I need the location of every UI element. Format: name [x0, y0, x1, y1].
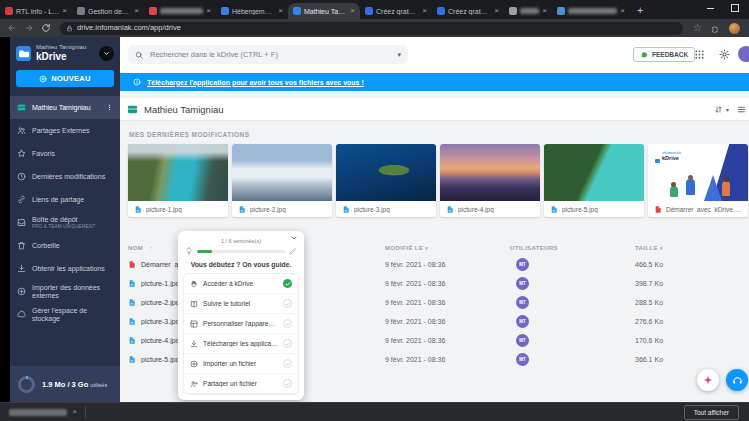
tab-close-icon[interactable]: ×	[422, 7, 427, 15]
onboarding-step[interactable]: Importer un fichier	[184, 354, 298, 374]
extensions-icon[interactable]	[711, 24, 720, 33]
tab-close-icon[interactable]: ×	[62, 7, 67, 15]
drive-product-name: kDrive	[36, 51, 94, 62]
tab-close-icon[interactable]: ×	[278, 7, 283, 15]
new-button[interactable]: NOUVEAU	[16, 70, 114, 87]
tab-close-icon[interactable]: ×	[206, 7, 211, 15]
import-icon	[17, 287, 26, 296]
onboarding-step[interactable]: Accéder à kDrive	[184, 274, 298, 294]
sidebar-item[interactable]: Mathieu Tamigniau	[10, 96, 120, 119]
sidebar-item[interactable]: Boîte de dépôtPRO & TEAM UNIQUEMENT	[10, 211, 120, 234]
bookmark-star-icon[interactable]: ☆	[693, 23, 702, 33]
sidebar-item[interactable]: Partages Externes	[10, 119, 120, 142]
tab-close-icon[interactable]: ×	[542, 7, 547, 15]
file-card-name: picture-1.jpg	[128, 201, 228, 217]
browser-tab[interactable]: Créez gratuitement vo×	[432, 3, 504, 19]
toolbar-actions: ☆	[693, 23, 740, 34]
banner-link[interactable]: Téléchargez l'application pour avoir tou…	[147, 79, 364, 86]
sidebar-item[interactable]: Corbeille	[10, 234, 120, 257]
browser-tab[interactable]: ×	[552, 3, 630, 19]
drive-switcher[interactable]: Mathieu Tamigniau kDrive	[10, 37, 120, 67]
sort-caret-icon[interactable]: ▾	[726, 106, 729, 113]
file-card[interactable]: picture-4.jpg	[440, 144, 540, 217]
new-tab-button[interactable]: +	[637, 5, 643, 16]
column-size[interactable]: TAILLE	[635, 245, 658, 251]
sidebar-item[interactable]: Obtenir les applications	[10, 257, 120, 280]
tab-title: Gestion des articles	[88, 8, 131, 15]
onboarding-step[interactable]: Personnaliser l'apparence	[184, 314, 298, 334]
cell-size: 276.6 Ko	[635, 318, 741, 325]
cell-size: 366.1 Ko	[635, 356, 741, 363]
view-controls: ▾	[714, 105, 742, 114]
address-bar[interactable]: drive.infomaniak.com/app/drive	[60, 22, 683, 35]
browser-tab[interactable]: Créez gratuitement vo×	[360, 3, 432, 19]
column-name[interactable]: NOM	[128, 245, 143, 251]
sidebar-item[interactable]: Dernières modifications	[10, 165, 120, 188]
reload-icon[interactable]	[41, 23, 51, 33]
minimize-icon[interactable]	[707, 8, 714, 9]
column-modified[interactable]: MODIFIÉ LE	[385, 245, 423, 251]
browser-profile-avatar[interactable]	[729, 23, 740, 34]
edit-pencil-icon[interactable]	[289, 247, 297, 255]
sidebar-item[interactable]: Liens de partage	[10, 188, 120, 211]
onboarding-step-label: Suivre le tutoriel	[203, 300, 250, 307]
sidebar-item[interactable]: Importer des données externes	[10, 280, 120, 303]
file-card[interactable]: picture-1.jpg	[128, 144, 228, 217]
file-card[interactable]: picture-3.jpg	[336, 144, 436, 217]
download-item[interactable]: ^	[9, 409, 76, 416]
window-controls	[707, 4, 739, 12]
support-chat-button[interactable]	[726, 369, 748, 391]
tab-close-icon[interactable]: ×	[134, 7, 139, 15]
storage-usage[interactable]: 1.9 Mo / 3 Go utilisés	[10, 366, 120, 402]
back-icon[interactable]	[7, 23, 17, 33]
browser-tab[interactable]: ×	[144, 3, 216, 19]
whats-new-button[interactable]	[697, 369, 719, 391]
file-card[interactable]: picture-5.jpg	[544, 144, 644, 217]
lock-icon	[66, 25, 73, 32]
tab-close-icon[interactable]: ×	[494, 7, 499, 15]
list-view-icon[interactable]	[737, 105, 746, 114]
drive-owner-name: Mathieu Tamigniau	[36, 44, 94, 51]
image-file-icon	[238, 205, 246, 214]
user-avatar: MT	[516, 277, 529, 290]
tab-favicon-icon	[5, 7, 13, 15]
browser-tab[interactable]: Mathieu Tamigniau - k×	[288, 3, 360, 19]
onboarding-step[interactable]: Partager un fichier	[184, 374, 298, 393]
tab-close-icon[interactable]: ×	[620, 7, 625, 15]
collapse-chevron-icon[interactable]	[290, 234, 298, 242]
user-avatar[interactable]	[738, 46, 749, 62]
search-input[interactable]	[148, 49, 392, 60]
file-card[interactable]: picture-2.jpg	[232, 144, 332, 217]
sidebar: Mathieu Tamigniau kDrive NOUVEAU Mathieu…	[10, 37, 120, 402]
maximize-icon[interactable]	[731, 4, 739, 12]
tab-close-icon[interactable]: ×	[350, 7, 355, 15]
cell-modified: 9 févr. 2021 - 08:36	[385, 318, 510, 325]
sidebar-item[interactable]: Favoris	[10, 142, 120, 165]
search-bar[interactable]: ▾	[128, 45, 408, 64]
gear-icon[interactable]	[719, 49, 730, 60]
kdrive-logo-icon	[16, 46, 31, 61]
onboarding-step[interactable]: Télécharger les applications	[184, 334, 298, 354]
sidebar-item[interactable]: Gérer l'espace de stockage	[10, 303, 120, 326]
sidebar-item-label: Importer des données externes	[32, 284, 113, 300]
browser-tab[interactable]: Hébergement Hau×	[216, 3, 288, 19]
download-caret-icon[interactable]: ^	[73, 409, 76, 416]
forward-icon[interactable]	[24, 23, 34, 33]
sidebar-item-label: Partages Externes	[32, 127, 90, 135]
step-todo-check-icon	[283, 359, 292, 368]
download-app-banner[interactable]: Téléchargez l'application pour avoir tou…	[120, 73, 749, 91]
browser-tab[interactable]: ×	[504, 3, 552, 19]
column-users[interactable]: UTILISATEURS	[510, 245, 558, 251]
browser-tab[interactable]: Gestion des articles×	[72, 3, 144, 19]
sidebar-item-text: Importer des données externes	[32, 284, 113, 300]
sort-icon[interactable]	[714, 105, 723, 114]
drive-switcher-button[interactable]	[99, 46, 114, 61]
show-all-downloads-button[interactable]: Tout afficher	[684, 405, 739, 420]
file-card[interactable]: infomaniakkDriveDémarrer_avec_kDrive.pdf	[648, 144, 748, 217]
tab-title-redacted	[160, 8, 203, 14]
apps-grid-icon[interactable]	[694, 49, 705, 60]
browser-tab[interactable]: RTL info - La Une de l'a×	[0, 3, 72, 19]
onboarding-step[interactable]: Suivre le tutoriel	[184, 294, 298, 314]
search-options-caret-icon[interactable]: ▾	[397, 51, 401, 58]
feedback-button[interactable]: FEEDBACK	[633, 47, 695, 62]
